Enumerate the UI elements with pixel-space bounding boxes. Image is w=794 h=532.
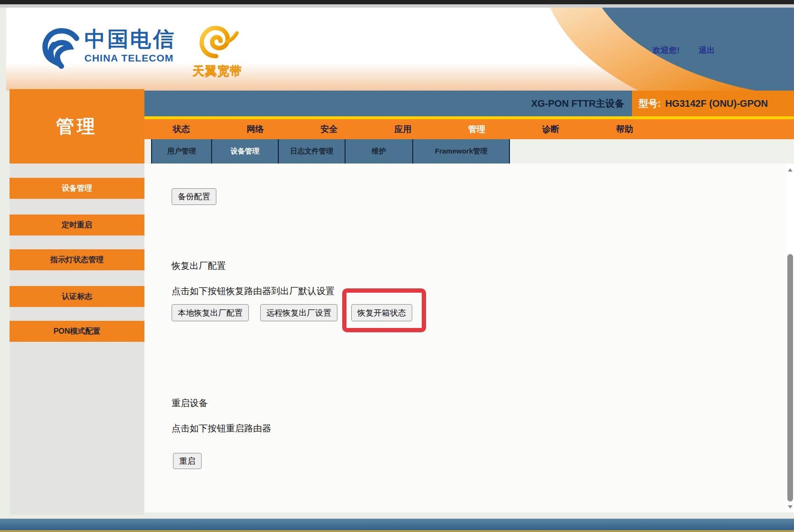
device-name-label: XG-PON FTTR主设备 [531,97,624,110]
browser-top-divider [0,4,794,8]
scroll-up-arrow-icon[interactable] [788,168,793,172]
main-content: 备份配置 恢复出厂配置 点击如下按钮恢复路由器到出厂默认设置 本地恢复出厂配置 … [144,164,794,512]
browser-top-bar [0,0,794,4]
restore-outofbox-state-button[interactable]: 恢复开箱状态 [351,304,412,321]
welcome-message: 欢迎您! [652,46,680,55]
model-label: 型号: [639,97,661,110]
sidebar-item-scheduled-reboot[interactable]: 定时重启 [10,215,144,235]
menu-item-status[interactable]: 状态 [144,119,218,139]
page-header: 中国电信 CHINA TELECOM 天翼 [6,8,794,91]
sidebar-title: 管理 [10,89,144,164]
router-admin-page: 中国电信 CHINA TELECOM 天翼 [0,0,794,532]
session-area: 欢迎您!退出 [652,45,715,56]
local-factory-reset-button[interactable]: 本地恢复出厂配置 [172,304,249,321]
tab-log-file-management[interactable]: 日志文件管理 [278,139,345,164]
menu-item-diagnostics[interactable]: 诊断 [514,119,588,139]
china-telecom-cn-text: 中国电信 [84,26,176,52]
tianyi-swirl-icon [195,54,239,62]
remote-factory-reset-button[interactable]: 远程恢复出厂设置 [260,304,337,321]
china-telecom-emblem-icon [41,26,81,73]
footer-blue-bar [0,519,794,530]
tab-maintenance[interactable]: 维护 [345,139,412,164]
sidebar-item-led-status-management[interactable]: 指示灯状态管理 [10,249,144,270]
scroll-down-arrow-icon[interactable] [788,505,793,509]
restore-section-title: 恢复出厂配置 [172,260,226,272]
backup-config-button[interactable]: 备份配置 [172,188,216,205]
china-telecom-en-text: CHINA TELECOM [84,52,176,64]
menu-item-help[interactable]: 帮助 [588,119,662,139]
scrollbar-thumb[interactable] [787,254,793,501]
tab-device-management[interactable]: 设备管理 [211,139,278,164]
sub-menu-tabs: 用户管理 设备管理 日志文件管理 维护 Framework管理 [151,139,510,164]
logout-link[interactable]: 退出 [699,46,715,55]
vertical-scrollbar[interactable] [786,164,794,512]
sidebar-item-device-management[interactable]: 设备管理 [10,178,144,199]
tianyi-broadband-logo: 天翼宽带 [189,21,246,79]
sidebar-item-auth-flag[interactable]: 认证标志 [10,286,144,307]
reboot-button[interactable]: 重启 [173,453,202,469]
sidebar: 管理 设备管理 定时重启 指示灯状态管理 认证标志 PON模式配置 [10,89,144,515]
tab-framework-management[interactable]: Framework管理 [412,139,510,164]
reboot-section-title: 重启设备 [172,397,208,409]
menu-item-management[interactable]: 管理 [440,119,514,139]
menu-item-application[interactable]: 应用 [366,119,440,139]
device-name-bar: XG-PON FTTR主设备 [144,91,632,116]
menu-item-security[interactable]: 安全 [292,119,366,139]
model-value: HG3142F (ONU)-GPON [665,98,768,109]
model-bar: 型号: HG3142F (ONU)-GPON [632,91,794,116]
tianyi-wordmark: 天翼宽带 [189,63,246,79]
reboot-section-description: 点击如下按钮重启路由器 [172,422,271,435]
sub-menu-row: 用户管理 设备管理 日志文件管理 维护 Framework管理 [144,139,794,164]
china-telecom-logo: 中国电信 CHINA TELECOM [41,26,176,73]
tab-user-management[interactable]: 用户管理 [151,139,211,164]
restore-section-description: 点击如下按钮恢复路由器到出厂默认设置 [172,285,335,297]
menu-item-network[interactable]: 网络 [218,119,292,139]
china-telecom-wordmark: 中国电信 CHINA TELECOM [84,26,176,64]
main-menu: 状态 网络 安全 应用 管理 诊断 帮助 [144,119,794,139]
sidebar-item-pon-mode-config[interactable]: PON模式配置 [10,321,144,342]
footer-gold-line [0,530,794,532]
